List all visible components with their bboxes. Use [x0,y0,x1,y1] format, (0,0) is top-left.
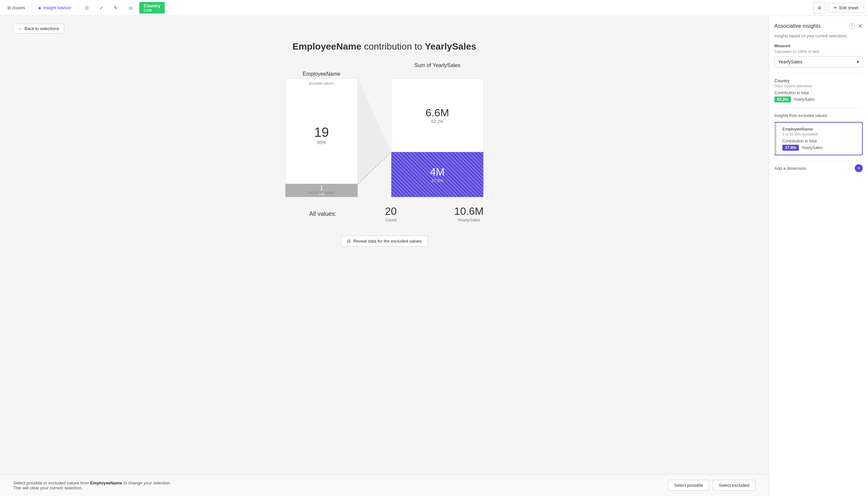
svg-marker-0 [358,78,391,184]
measure-value: YearlySales [778,59,802,64]
bottom-bar: Select possible or excluded values from … [0,474,769,496]
possible-sales-pct: 62.2% [431,119,444,124]
left-col-header: EmployeeName [303,71,340,77]
excluded-contribution-bar: 37.8% YearlySales [782,145,858,151]
assets-icon: ⊞ [7,5,11,10]
country-tab[interactable]: Country CAN [139,2,165,14]
country-insight-card: Country (Your current selection) Contrib… [774,78,863,103]
rotate-icon: ↻ [114,5,118,10]
main-layout: ← Back to selections EmployeeName contri… [0,16,868,496]
excluded-badge: 37.8% [782,145,799,151]
panel-header: Associative insights ? ✕ [774,22,863,30]
select-possible-btn[interactable]: Select possible [668,480,709,491]
excluded-section-label: Insights from excluded values: [774,113,863,118]
all-values-sales-label: YearlySales [454,217,484,222]
back-to-selections-btn[interactable]: ← Back to selections [13,24,64,33]
excluded-values-label: excluded values [309,190,335,194]
panel-subtitle: Insights based on your current selection… [774,34,863,38]
all-values-count: 20 Count [358,205,424,222]
back-btn-label: Back to selections [25,26,59,31]
excluded-sales-pct: 37.8% [431,178,444,183]
chart-headers: Sum of YearlySales [285,62,484,68]
country-contribution-bar: 62.2% YearlySales [774,96,863,103]
reveal-excluded-btn[interactable]: ⊟ Reveal data for the excluded values [341,236,428,247]
measure-dropdown[interactable]: YearlySales ▾ [774,56,863,67]
panel-close-btn[interactable]: ✕ [858,22,863,30]
possible-sales-value: 6.6M [425,107,449,119]
all-values-label: All values: [309,211,358,217]
sales-bar-chart: 6.6M 62.2% 4M 37.8% [391,78,484,197]
country-tab-sub: CAN [144,8,161,12]
reveal-btn-label: Reveal data for the excluded values [353,238,422,244]
panel-divider-2 [774,108,863,108]
excluded-sales-value: 4M [430,166,445,178]
measure-section: Measure Calculated on 100% of data Yearl… [774,44,863,67]
possible-pct: 95% [317,140,326,145]
country-measure-label: YearlySales [794,97,814,102]
country-card-sub: (Your current selection) [774,84,863,88]
employee-bar-chart: possible values 19 95% 1 5% excluded val… [285,78,358,197]
country-card-title: Country [774,78,863,83]
excluded-sales-bar: 4M 37.8% [391,152,483,197]
measure-label: Measure [774,44,863,48]
assets-label: Assets [12,5,25,10]
close-icon: ✕ [858,23,863,29]
zoom-icon: ⊡ [85,5,89,10]
excluded-contribution-label: Contribution to total [782,139,858,143]
chart-container: Sum of YearlySales EmployeeName possible… [13,62,755,247]
add-dimension-btn[interactable]: + [855,164,863,172]
rotate-icon-btn[interactable]: ↻ [110,2,122,14]
expand-icon-btn[interactable]: ⤢ [95,2,107,14]
arrow-left-icon: ← [18,26,23,31]
add-dimension-row[interactable]: Add a dimension + [774,160,863,175]
possible-count: 19 [314,125,329,140]
country-contribution-label: Contribution to total [774,91,863,95]
bottom-bar-actions: Select possible Select excluded [668,480,755,491]
target-icon: ◎ [129,5,132,10]
page-title: EmployeeName contribution to YearlySales [13,41,755,52]
target-icon-btn[interactable]: ◎ [125,2,137,14]
grid-view-btn[interactable]: ⊞ [813,2,825,14]
excluded-measure-label: YearlySales [802,145,822,150]
all-values-row: All values: 20 Count 10.6M YearlySales [285,205,484,222]
right-col-header: Sum of YearlySales [415,62,461,68]
excluded-card-indicator [774,123,776,155]
question-icon: ? [851,24,853,28]
panel-divider-1 [774,73,863,73]
charts-area: possible values 19 95% 1 5% excluded val… [285,78,484,197]
grid-icon: ⊞ [818,5,821,10]
possible-sales-bar: 6.6M 62.2% [391,79,483,152]
select-excluded-btn[interactable]: Select excluded [713,480,755,491]
all-values-count-label: Count [358,217,424,222]
insight-advisor-label: Insight Advisor [43,5,72,10]
all-values-sales-num: 10.6M [454,205,484,217]
assets-tab[interactable]: ⊞ Assets [4,4,28,12]
insight-advisor-tab[interactable]: ◈ Insight Advisor [34,4,75,12]
country-badge: 62.2% [774,96,791,103]
excluded-card-sub: 1 of 20 (5% excluded) [782,132,858,136]
country-tab-label: Country [144,3,161,8]
excluded-card-title: EmployeeName [782,127,858,131]
chevron-down-icon: ▾ [857,59,859,64]
panel-title: Associative insights [774,23,821,29]
zoom-icon-btn[interactable]: ⊡ [81,2,93,14]
right-panel: Associative insights ? ✕ Insights based … [769,16,868,496]
pencil-icon: ✏ [834,5,837,10]
plus-icon: + [857,165,860,171]
table-icon: ⊟ [347,238,350,244]
help-icon-btn[interactable]: ? [849,23,855,29]
edit-sheet-btn[interactable]: ✏ Edit sheet [828,3,864,13]
left-content: ← Back to selections EmployeeName contri… [0,16,769,496]
insight-advisor-icon: ◈ [38,5,41,10]
all-values-count-num: 20 [358,205,424,217]
triangle-connector [358,78,391,197]
possible-bar: 19 95% [285,79,358,191]
measure-sub: Calculated on 100% of data [774,50,863,53]
edit-sheet-label: Edit sheet [839,5,858,10]
excluded-insight-card: EmployeeName 1 of 20 (5% excluded) Contr… [774,122,863,155]
bottom-bar-text: Select possible or excluded values from … [13,480,179,491]
all-values-sales: 10.6M YearlySales [454,205,484,222]
add-dimension-label: Add a dimension [774,166,807,171]
expand-icon: ⤢ [100,5,103,10]
toolbar: ⊞ Assets ◈ Insight Advisor ⊡ ⤢ ↻ ◎ Count… [0,0,868,16]
